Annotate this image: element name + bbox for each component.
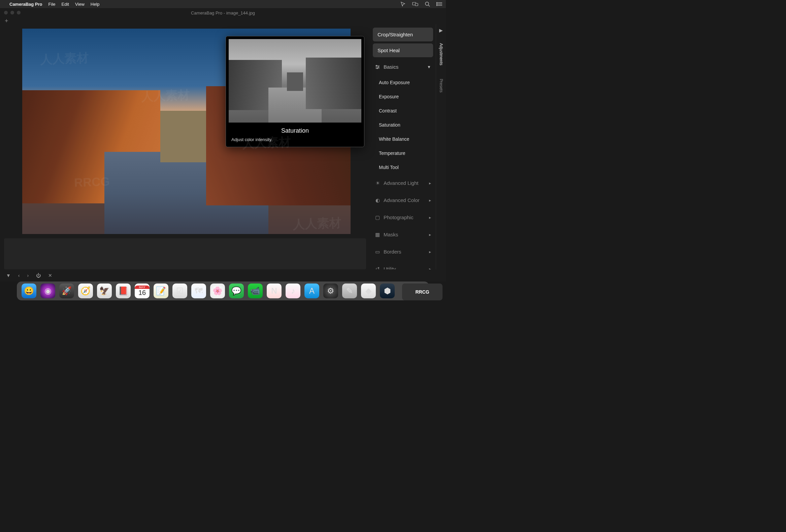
dock-messages[interactable]: 💬 <box>229 283 244 298</box>
power-icon[interactable]: ⏻ <box>36 273 41 278</box>
chevron-right-icon: ▸ <box>429 215 431 220</box>
dock-calendar[interactable]: MAY 16 <box>135 283 149 298</box>
palette-icon: ◐ <box>375 198 380 203</box>
collapse-panel-arrow[interactable]: ▶ <box>439 28 443 33</box>
dock-textedit[interactable]: ✎ <box>342 283 357 298</box>
dock-safari[interactable]: 🧭 <box>78 283 93 298</box>
dock-music[interactable]: ♪ <box>285 283 300 298</box>
chevron-right-icon: ▸ <box>429 232 431 237</box>
cursor-icon[interactable] <box>400 1 406 7</box>
dock-notes[interactable]: 📝 <box>154 283 168 298</box>
basics-contrast[interactable]: Contrast <box>373 105 433 117</box>
section-advanced-color[interactable]: ◐ Advanced Color ▸ <box>373 192 433 208</box>
tooltip-saturation: Saturation Adjust color intensity. <box>226 36 364 147</box>
prev-button[interactable]: ‹ <box>18 273 20 278</box>
minimize-window-button[interactable] <box>10 11 14 15</box>
svg-point-9 <box>437 5 437 6</box>
list-icon[interactable] <box>436 1 442 7</box>
section-label: Basics <box>384 64 398 70</box>
section-label: Advanced Light <box>384 180 418 186</box>
app-window: CameraBag Pro - image_144.jpg + Crop/Str… <box>0 8 446 281</box>
next-button[interactable]: › <box>27 273 29 278</box>
dock-other[interactable]: ⬢ <box>380 283 395 298</box>
menu-help[interactable]: Help <box>91 2 100 7</box>
chevron-right-icon: ▸ <box>429 198 431 203</box>
tab-strip: + <box>0 18 446 24</box>
svg-line-3 <box>429 5 430 6</box>
svg-point-2 <box>425 2 429 5</box>
triangle-down-icon[interactable]: ▼ <box>6 273 11 278</box>
chevron-right-icon: ▸ <box>429 181 431 186</box>
section-label: Advanced Color <box>384 197 420 203</box>
window-controls[interactable] <box>4 11 21 15</box>
section-label: Borders <box>384 249 401 255</box>
menu-file[interactable]: File <box>48 2 55 7</box>
borders-icon: ▭ <box>375 249 380 255</box>
svg-point-13 <box>376 65 377 66</box>
menu-edit[interactable]: Edit <box>62 2 69 7</box>
chevron-right-icon: ▸ <box>429 267 431 270</box>
dock-finder[interactable]: 😀 <box>22 283 37 298</box>
dock-appstore[interactable]: A <box>304 283 319 298</box>
section-photographic[interactable]: ▢ Photographic ▸ <box>373 210 433 225</box>
dock-preferences[interactable]: ⚙ <box>323 283 338 298</box>
window-title: CameraBag Pro - image_144.jpg <box>191 10 255 16</box>
dock-camerabag[interactable]: ◆ <box>361 283 376 298</box>
section-utility[interactable]: ↺ Utility ▸ <box>373 261 433 269</box>
tooltip-title: Saturation <box>226 125 364 135</box>
camera-icon: ▢ <box>375 215 380 220</box>
search-icon[interactable] <box>424 1 431 7</box>
zoom-window-button[interactable] <box>17 11 21 15</box>
dock-facetime[interactable]: 📹 <box>248 283 263 298</box>
dock-reminders[interactable]: ☑ <box>172 283 187 298</box>
close-window-button[interactable] <box>4 11 8 15</box>
section-label: Masks <box>384 232 398 237</box>
window-titlebar: CameraBag Pro - image_144.jpg <box>0 8 446 18</box>
dock-siri[interactable]: ◉ <box>40 283 55 298</box>
basics-white-balance[interactable]: White Balance <box>373 133 433 145</box>
dock: 😀 ◉ 🚀 🧭 🦅 📕 MAY 16 📝 ☑ 🗺 🌸 💬 📹 N ♪ A ⚙ ✎… <box>17 281 429 300</box>
crop-straighten-button[interactable]: Crop/Straighten <box>373 28 433 41</box>
app-name[interactable]: CameraBag Pro <box>9 2 42 7</box>
section-basics[interactable]: Basics ▼ <box>373 59 433 74</box>
adjustments-panel: Crop/Straighten Spot Heal Basics ▼ Auto … <box>370 24 436 269</box>
screens-icon[interactable] <box>412 1 418 7</box>
menu-view[interactable]: View <box>75 2 85 7</box>
tab-adjustments[interactable]: Adjustments <box>439 40 443 69</box>
checker-icon: ▦ <box>375 232 380 237</box>
calendar-month: MAY <box>135 285 149 289</box>
add-tab-button[interactable]: + <box>5 18 8 25</box>
basics-multi-tool[interactable]: Multi Tool <box>373 161 433 174</box>
svg-rect-1 <box>415 3 418 6</box>
watermark-logo: RRCG <box>402 283 442 300</box>
section-masks[interactable]: ▦ Masks ▸ <box>373 227 433 242</box>
menu-bar: CameraBag Pro File Edit View Help <box>0 0 446 8</box>
dock-contacts[interactable]: 📕 <box>116 283 131 298</box>
section-label: Photographic <box>384 214 413 220</box>
section-advanced-light[interactable]: ☀ Advanced Light ▸ <box>373 176 433 190</box>
chevron-down-icon: ▼ <box>427 65 431 69</box>
basics-auto-exposure[interactable]: Auto Exposure <box>373 76 433 89</box>
side-tabs: ▶ Adjustments Presets <box>436 24 446 269</box>
close-icon[interactable]: ✕ <box>48 273 52 278</box>
section-borders[interactable]: ▭ Borders ▸ <box>373 244 433 259</box>
basics-exposure[interactable]: Exposure <box>373 91 433 103</box>
sun-icon: ☀ <box>375 181 380 186</box>
svg-point-7 <box>437 2 437 3</box>
footer-controls: ▼ ‹ › ⏻ ✕ <box>0 269 446 281</box>
utility-icon: ↺ <box>375 266 380 270</box>
filmstrip-panel[interactable] <box>4 238 366 269</box>
svg-point-15 <box>377 68 378 69</box>
basics-temperature[interactable]: Temperature <box>373 147 433 159</box>
dock-mail[interactable]: 🦅 <box>97 283 112 298</box>
sliders-icon <box>375 64 380 70</box>
spot-heal-button[interactable]: Spot Heal <box>373 43 433 57</box>
dock-maps[interactable]: 🗺 <box>191 283 206 298</box>
basics-saturation[interactable]: Saturation <box>373 119 433 131</box>
dock-launchpad[interactable]: 🚀 <box>59 283 74 298</box>
chevron-right-icon: ▸ <box>429 250 431 254</box>
dock-news[interactable]: N <box>267 283 281 298</box>
calendar-day: 16 <box>138 289 146 297</box>
dock-photos[interactable]: 🌸 <box>210 283 225 298</box>
tab-presets[interactable]: Presets <box>439 75 443 96</box>
